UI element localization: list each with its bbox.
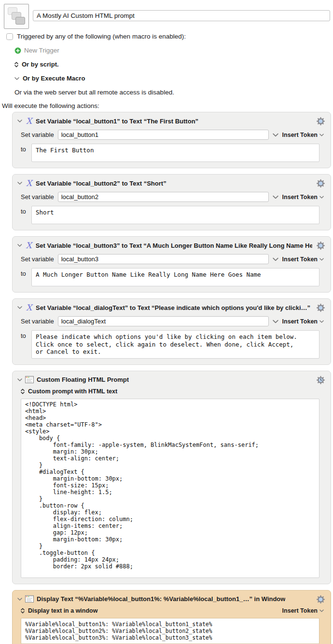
chevron-down-icon bbox=[319, 134, 324, 136]
action-header: Display Text “%Variable%local_button1%: … bbox=[17, 595, 325, 604]
gear-icon[interactable] bbox=[316, 595, 325, 604]
action-title: Set Variable “local_button2” to Text “Sh… bbox=[36, 180, 166, 187]
action-header: X Set Variable “local_dialogText” to Tex… bbox=[17, 303, 325, 312]
action-title: Custom Floating HTML Prompt bbox=[37, 376, 129, 383]
gear-icon[interactable] bbox=[316, 241, 325, 250]
action-header: X Set Variable “local_button3” to Text “… bbox=[17, 241, 325, 250]
triggered-label: Triggered by any of the following (when … bbox=[17, 33, 186, 40]
will-execute-label: Will execute the following actions: bbox=[2, 102, 333, 109]
collapse-chevron-icon[interactable] bbox=[17, 378, 22, 381]
action-custom-html-prompt[interactable]: Custom Floating HTML Prompt Custom promp… bbox=[12, 371, 331, 584]
insert-token-button[interactable]: Insert Token bbox=[282, 318, 324, 325]
macro-title-input[interactable] bbox=[33, 10, 330, 21]
variable-value-textarea[interactable]: Please indicate which options you'd like… bbox=[31, 330, 319, 359]
action-set-variable-1[interactable]: X Set Variable “local_button1” to Text “… bbox=[12, 112, 331, 168]
or-by-execute-macro-label: Or by Execute Macro bbox=[23, 75, 85, 82]
insert-token-button[interactable]: Insert Token bbox=[282, 256, 324, 263]
insert-token-button[interactable]: Insert Token bbox=[282, 607, 324, 614]
set-variable-label: Set variable bbox=[21, 318, 54, 325]
collapse-chevron-icon[interactable] bbox=[17, 306, 22, 309]
action-display-text[interactable]: Display Text “%Variable%local_button1%: … bbox=[12, 590, 331, 644]
variable-name-input[interactable] bbox=[58, 130, 269, 140]
insert-token-button[interactable]: Insert Token bbox=[282, 132, 324, 138]
insert-token-button[interactable]: Insert Token bbox=[282, 194, 324, 201]
web-server-note: Or via the web server but all remote acc… bbox=[14, 89, 333, 96]
variable-action-icon: X bbox=[25, 304, 33, 311]
variable-name-input[interactable] bbox=[58, 192, 269, 202]
action-header: Custom Floating HTML Prompt bbox=[17, 376, 325, 384]
variable-dropdown-chevron-icon[interactable] bbox=[273, 319, 278, 324]
chevron-down-icon bbox=[319, 609, 324, 612]
variable-value-textarea[interactable]: The First Button bbox=[31, 144, 319, 162]
macro-icon-key bbox=[15, 17, 25, 25]
collapse-chevron-icon[interactable] bbox=[17, 598, 22, 601]
chevron-down-icon bbox=[319, 320, 324, 323]
window-icon bbox=[25, 595, 34, 603]
plus-circle-icon bbox=[14, 47, 21, 54]
variable-dropdown-chevron-icon[interactable] bbox=[273, 132, 278, 138]
set-variable-label: Set variable bbox=[21, 131, 54, 138]
updown-chevron-icon bbox=[14, 62, 18, 67]
macro-icon[interactable] bbox=[4, 4, 29, 29]
collapse-chevron-icon[interactable] bbox=[17, 244, 22, 247]
gear-timeout-icon[interactable] bbox=[316, 376, 325, 385]
gear-icon[interactable] bbox=[316, 303, 325, 312]
updown-chevron-icon bbox=[21, 608, 25, 614]
variable-name-input[interactable] bbox=[58, 316, 269, 326]
or-by-execute-macro-disclosure[interactable]: Or by Execute Macro bbox=[14, 75, 333, 82]
gear-icon[interactable] bbox=[316, 117, 325, 126]
action-title: Set Variable “local_dialogText” to Text … bbox=[36, 304, 310, 311]
collapse-chevron-icon[interactable] bbox=[17, 120, 22, 122]
html-code-textarea[interactable]: <!DOCTYPE html> <html> <head> <meta char… bbox=[21, 399, 319, 578]
chevron-down-icon bbox=[14, 77, 19, 80]
gear-icon[interactable] bbox=[316, 179, 325, 188]
variable-action-icon: X bbox=[25, 242, 33, 249]
window-icon bbox=[25, 376, 34, 383]
action-title: Set Variable “local_button3” to Text “A … bbox=[36, 242, 312, 249]
display-text-textarea[interactable]: %Variable%local_button1%: %Variable%loca… bbox=[21, 618, 319, 644]
set-variable-label: Set variable bbox=[21, 255, 54, 263]
action-set-variable-2[interactable]: X Set Variable “local_button2” to Text “… bbox=[12, 174, 331, 230]
variable-dropdown-chevron-icon[interactable] bbox=[273, 194, 278, 200]
variable-action-icon: X bbox=[25, 117, 33, 125]
triggered-checkbox[interactable] bbox=[6, 33, 13, 40]
or-by-script-label: Or by script. bbox=[22, 61, 59, 68]
display-mode-popup[interactable]: Display text in a window bbox=[28, 607, 97, 614]
new-trigger-button[interactable]: New Trigger bbox=[14, 47, 333, 54]
prompt-mode-popup[interactable]: Custom prompt with HTML text bbox=[28, 388, 117, 395]
to-label: to bbox=[21, 268, 28, 286]
variable-action-icon: X bbox=[25, 179, 33, 187]
macro-header bbox=[0, 0, 333, 29]
action-header: X Set Variable “local_button2” to Text “… bbox=[17, 179, 325, 188]
chevron-down-icon bbox=[319, 196, 324, 199]
variable-name-input[interactable] bbox=[58, 254, 269, 264]
action-set-variable-3[interactable]: X Set Variable “local_button3” to Text “… bbox=[12, 236, 331, 293]
to-label: to bbox=[21, 144, 28, 162]
action-header: X Set Variable “local_button1” to Text “… bbox=[17, 117, 325, 125]
new-trigger-label: New Trigger bbox=[24, 47, 59, 54]
action-title: Display Text “%Variable%local_button1%: … bbox=[37, 595, 285, 603]
action-set-variable-4[interactable]: X Set Variable “local_dialogText” to Tex… bbox=[12, 298, 331, 365]
to-label: to bbox=[21, 330, 28, 359]
collapse-chevron-icon[interactable] bbox=[17, 182, 22, 185]
set-variable-label: Set variable bbox=[21, 193, 54, 201]
action-title: Set Variable “local_button1” to Text “Th… bbox=[36, 118, 198, 125]
or-by-script-popup[interactable]: Or by script. bbox=[14, 61, 333, 68]
to-label: to bbox=[21, 206, 28, 224]
chevron-down-icon bbox=[319, 258, 324, 261]
variable-value-textarea[interactable]: Short bbox=[31, 206, 319, 224]
variable-value-textarea[interactable]: A Much Longer Button Name Like Really Lo… bbox=[31, 268, 319, 286]
updown-chevron-icon bbox=[21, 389, 25, 394]
variable-dropdown-chevron-icon[interactable] bbox=[273, 256, 278, 262]
triggered-row: Triggered by any of the following (when … bbox=[6, 33, 333, 40]
